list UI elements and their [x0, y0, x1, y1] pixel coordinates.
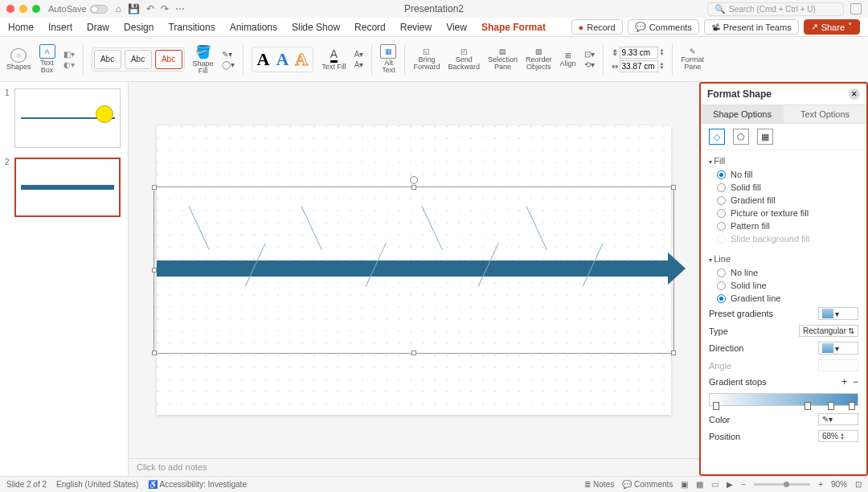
fill-section-header[interactable]: Fill [709, 154, 858, 168]
fill-option-pattern[interactable]: Pattern fill [709, 219, 858, 232]
more-icon[interactable]: ⋯ [175, 3, 185, 14]
position-input[interactable]: 68%▲▼ [818, 430, 858, 442]
resize-handle-s[interactable] [411, 351, 416, 355]
share-top-icon[interactable] [850, 3, 862, 14]
present-teams-button[interactable]: 📽 Present in Teams [704, 19, 799, 35]
wordart-style-3[interactable]: A [295, 49, 308, 70]
text-fill-button[interactable]: AText Fill [321, 47, 346, 71]
height-spinner[interactable]: ▲▼ [660, 48, 665, 56]
rotate-handle[interactable] [410, 176, 418, 184]
fill-option-gradient[interactable]: Gradient fill [709, 194, 858, 207]
maximize-window-button[interactable] [32, 5, 40, 13]
line-option-no-line[interactable]: No line [709, 266, 858, 279]
tab-view[interactable]: View [446, 22, 467, 33]
tab-home[interactable]: Home [8, 22, 34, 33]
shape-effects-icon[interactable]: ◯▾ [222, 60, 235, 69]
format-pane-button[interactable]: ✎Format Pane [681, 47, 704, 71]
edit-shape-icon[interactable]: ◧▾ [63, 50, 75, 59]
size-properties-icon[interactable]: ▦ [757, 129, 773, 145]
notes-toggle[interactable]: ≣ Notes [584, 480, 614, 489]
save-icon[interactable]: 💾 [128, 3, 140, 14]
line-option-solid[interactable]: Solid line [709, 279, 858, 292]
text-options-tab[interactable]: Text Options [784, 105, 866, 123]
alt-text-button[interactable]: ▦Alt Text [380, 44, 396, 74]
shape-outline-icon[interactable]: ✎▾ [222, 50, 235, 59]
close-window-button[interactable] [6, 5, 14, 13]
fill-line-icon[interactable]: ◇ [709, 129, 725, 145]
selection-pane-button[interactable]: ▤Selection Pane [488, 47, 518, 71]
send-backward-button[interactable]: ◰Send Backward [448, 47, 480, 71]
resize-handle-ne[interactable] [671, 185, 676, 190]
minimize-window-button[interactable] [19, 5, 27, 13]
align-button[interactable]: ⊞Align [560, 51, 576, 68]
merge-shapes-icon[interactable]: ◐▾ [63, 60, 75, 69]
color-picker[interactable]: ✎▾ [818, 413, 858, 425]
fit-to-window-button[interactable]: ⊡ [855, 480, 862, 489]
reading-view-icon[interactable]: ▭ [711, 480, 719, 489]
shape-styles-gallery[interactable]: Abc Abc Abc [92, 47, 185, 72]
language-indicator[interactable]: English (United States) [56, 480, 138, 489]
slide-canvas[interactable] [157, 125, 671, 415]
autosave-toggle[interactable]: AutoSave [48, 4, 108, 14]
effects-icon[interactable]: ⬠ [733, 129, 749, 145]
slideshow-view-icon[interactable]: ▶ [727, 480, 733, 489]
line-option-gradient[interactable]: Gradient line [709, 292, 858, 305]
notes-pane[interactable]: Click to add notes [129, 458, 699, 476]
sorter-view-icon[interactable]: ▦ [696, 480, 703, 489]
resize-handle-se[interactable] [671, 351, 676, 355]
comments-toggle[interactable]: 💬 Comments [622, 480, 673, 489]
text-box-button[interactable]: AText Box [39, 44, 55, 74]
normal-view-icon[interactable]: ▣ [681, 480, 688, 489]
slide-indicator[interactable]: Slide 2 of 2 [6, 480, 47, 489]
tab-design[interactable]: Design [124, 22, 154, 33]
wordart-styles-gallery[interactable]: A A A [252, 47, 314, 72]
tab-review[interactable]: Review [400, 22, 432, 33]
redo-icon[interactable]: ↷ [161, 3, 169, 14]
tab-slideshow[interactable]: Slide Show [292, 22, 340, 33]
fill-option-solid[interactable]: Solid fill [709, 181, 858, 194]
tab-transitions[interactable]: Transitions [168, 22, 215, 33]
tab-animations[interactable]: Animations [230, 22, 277, 33]
wordart-style-2[interactable]: A [276, 49, 289, 70]
resize-handle-nw[interactable] [152, 185, 157, 190]
resize-handle-n[interactable] [411, 185, 416, 190]
zoom-level[interactable]: 90% [831, 480, 847, 489]
tab-draw[interactable]: Draw [87, 22, 109, 33]
text-effects-icon[interactable]: A▾ [354, 60, 364, 69]
slide-thumbnail-2[interactable] [14, 158, 121, 217]
resize-handle-sw[interactable] [152, 351, 157, 355]
shapes-gallery[interactable]: ○Shapes [6, 48, 31, 71]
width-spinner[interactable]: ▲▼ [660, 62, 665, 70]
shape-width-input[interactable] [620, 60, 658, 72]
arrow-shape[interactable] [157, 260, 676, 277]
shape-height-input[interactable] [620, 47, 658, 59]
shape-options-tab[interactable]: Shape Options [701, 105, 784, 123]
tab-record[interactable]: Record [354, 22, 386, 33]
line-section-header[interactable]: Line [709, 252, 858, 266]
text-outline-icon[interactable]: A▾ [354, 50, 364, 59]
group-icon[interactable]: ⊡▾ [584, 50, 595, 59]
preset-gradients-picker[interactable]: ▾ [818, 307, 858, 320]
direction-picker[interactable]: ▾ [818, 342, 858, 355]
gradient-stop-2[interactable] [805, 402, 811, 410]
shape-style-3[interactable]: Abc [155, 50, 182, 69]
undo-icon[interactable]: ↶ [146, 3, 154, 14]
zoom-out-button[interactable]: − [741, 480, 746, 489]
autosave-switch[interactable] [90, 5, 108, 14]
bring-forward-button[interactable]: ◱Bring Forward [413, 47, 440, 71]
tab-shape-format[interactable]: Shape Format [481, 22, 546, 33]
search-input[interactable]: 🔍 Search (Cmd + Ctrl + U) [707, 2, 844, 16]
shape-fill-button[interactable]: 🪣Shape Fill [193, 44, 214, 75]
tab-insert[interactable]: Insert [48, 22, 72, 33]
gradient-stop-3[interactable] [828, 402, 834, 410]
shape-style-2[interactable]: Abc [125, 50, 152, 69]
pane-close-button[interactable]: ✕ [849, 88, 860, 100]
share-button[interactable]: ↗ Share ˅ [804, 19, 860, 35]
gradient-type-select[interactable]: Rectangular ⇅ [799, 325, 858, 337]
accessibility-indicator[interactable]: ♿ Accessibility: Investigate [148, 480, 247, 489]
home-icon[interactable]: ⌂ [116, 3, 121, 14]
comments-button[interactable]: 💬 Comments [628, 19, 699, 35]
rotate-icon[interactable]: ⟲▾ [584, 60, 595, 69]
slide-thumbnail-1[interactable] [14, 88, 121, 148]
gradient-stop-1[interactable] [713, 402, 719, 410]
